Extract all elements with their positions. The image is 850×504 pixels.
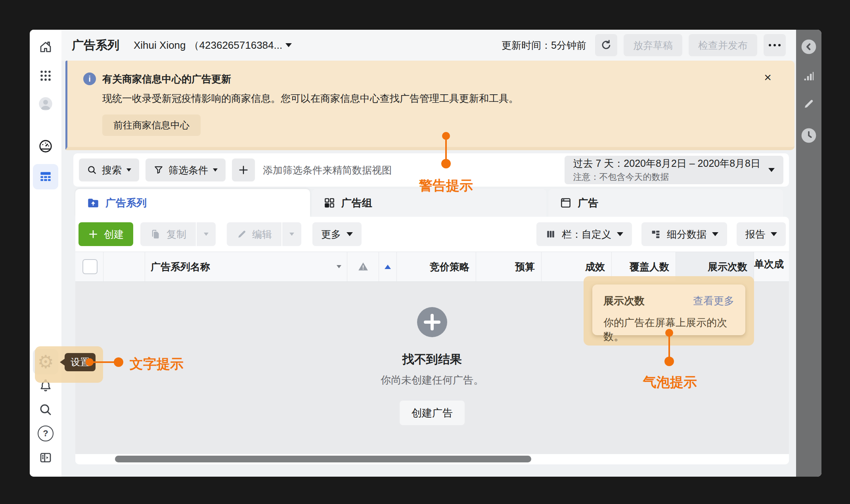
columns-button[interactable]: 栏：自定义 <box>536 222 632 246</box>
collapse-nav-icon <box>38 451 53 465</box>
date-range-selector[interactable]: 过去 7 天：2020年8月2日 – 2020年8月8日 注意：不包含今天的数据 <box>565 156 783 184</box>
collapse-nav-button[interactable] <box>33 445 58 470</box>
tab-campaigns-label: 广告系列 <box>105 196 147 210</box>
chevron-down-icon <box>347 232 353 236</box>
scrollbar-thumb[interactable] <box>115 456 531 462</box>
see-more-link[interactable]: 查看更多 <box>693 294 734 308</box>
campaigns-nav-button[interactable] <box>33 164 58 189</box>
chevron-down-icon <box>617 232 623 236</box>
alert-banner: i 有关商家信息中心的广告更新 现统一收录受新冠疫情影响的商家信息。您可以在商家… <box>65 61 794 150</box>
review-publish-label: 检查并发布 <box>698 39 748 52</box>
annotation-dot <box>664 357 674 366</box>
chevron-down-icon <box>771 232 777 236</box>
empty-state: 找不到结果 你尚未创建任何广告。 创建广告 <box>309 307 555 425</box>
bar-chart-icon <box>802 69 816 83</box>
create-ad-button[interactable]: 创建广告 <box>400 401 465 425</box>
banner-action-button[interactable]: 前往商家信息中心 <box>102 115 201 136</box>
history-button[interactable] <box>801 128 817 143</box>
home-button[interactable] <box>33 34 58 60</box>
campaign-folder-icon <box>86 196 100 210</box>
create-button[interactable]: 创建 <box>78 222 133 246</box>
columns-label: 栏：自定义 <box>562 228 611 241</box>
tab-adsets-label: 广告组 <box>341 196 372 210</box>
sidebar-search-button[interactable] <box>33 397 58 422</box>
empty-subtitle: 你尚未创建任何广告。 <box>309 373 555 387</box>
tab-campaigns[interactable]: 广告系列 <box>75 189 310 217</box>
column-reach-label: 覆盖人数 <box>630 260 669 273</box>
column-delivery-warning[interactable] <box>347 252 379 281</box>
ad-frame-icon <box>559 197 572 209</box>
column-budget-label: 预算 <box>515 260 535 273</box>
tab-ads[interactable]: 广告 <box>548 189 783 217</box>
date-range-value: 过去 7 天：2020年8月2日 – 2020年8月8日 <box>573 157 760 170</box>
add-filter-button[interactable] <box>232 158 255 181</box>
discard-draft-label: 放弃草稿 <box>633 39 673 52</box>
home-icon <box>38 40 53 54</box>
discard-draft-button[interactable]: 放弃草稿 <box>624 34 682 56</box>
annotation-dot <box>442 132 450 140</box>
breakdown-label: 细分数据 <box>667 228 706 241</box>
banner-title: 有关商家信息中心的广告更新 <box>102 73 519 86</box>
account-id: （4236265716384... <box>189 38 283 52</box>
column-cost-per-result[interactable]: 单次成 <box>754 252 789 281</box>
filter-dropdown[interactable]: 筛选条件 <box>145 158 226 181</box>
chevron-down-icon <box>213 168 218 172</box>
horizontal-scrollbar <box>75 454 789 464</box>
chevron-down-icon <box>285 43 292 47</box>
more-options-button[interactable] <box>764 34 786 56</box>
column-sort[interactable] <box>379 252 396 281</box>
edit-caret-button[interactable] <box>282 222 301 246</box>
avatar-icon <box>38 96 54 112</box>
back-button[interactable] <box>801 39 817 55</box>
chevron-down-icon <box>712 232 718 236</box>
duplicate-button[interactable]: 复制 <box>140 222 196 246</box>
column-campaign-name[interactable]: 广告系列名称 <box>145 252 347 281</box>
tab-ads-label: 广告 <box>578 196 598 210</box>
plus-icon <box>238 164 249 176</box>
empty-title: 找不到结果 <box>309 351 555 368</box>
gauge-icon <box>38 139 53 154</box>
filter-label: 筛选条件 <box>168 164 208 177</box>
page-title: 广告系列 <box>72 37 119 53</box>
tooltip-title: 展示次数 <box>603 294 645 308</box>
pencil-icon <box>802 97 815 110</box>
close-icon[interactable]: × <box>764 71 772 84</box>
toggle-column-cell <box>103 252 145 281</box>
top-bar: 广告系列 Xihui Xiong （4236265716384... 更新时间：… <box>61 30 796 61</box>
clock-icon <box>801 128 817 143</box>
edit-panel-button[interactable] <box>801 96 817 112</box>
account-selector[interactable]: Xihui Xiong （4236265716384... <box>134 38 292 52</box>
left-sidebar: ⚙ ? <box>30 30 61 477</box>
pencil-icon <box>236 229 247 240</box>
report-button[interactable]: 报告 <box>737 222 786 246</box>
annotation-dot <box>665 329 673 337</box>
banner-body: 现统一收录受新冠疫情影响的商家信息。您可以在商家信息中心查找广告管理工具更新和工… <box>102 92 519 105</box>
search-dropdown[interactable]: 搜索 <box>79 158 139 181</box>
refresh-icon <box>600 39 613 52</box>
filter-placeholder: 添加筛选条件来精简数据视图 <box>263 164 392 177</box>
help-icon: ? <box>38 426 54 441</box>
help-button[interactable]: ? <box>33 421 58 446</box>
adset-grid-icon <box>323 197 336 209</box>
account-button[interactable] <box>33 91 58 116</box>
review-publish-button[interactable]: 检查并发布 <box>689 34 757 56</box>
duplicate-caret-button[interactable] <box>197 222 216 246</box>
column-budget[interactable]: 预算 <box>476 252 541 281</box>
charts-button[interactable] <box>801 68 817 84</box>
delivery-gauge-button[interactable] <box>33 134 58 159</box>
apps-button[interactable] <box>33 63 58 88</box>
more-label: 更多 <box>321 228 341 241</box>
breakdown-button[interactable]: 细分数据 <box>641 222 727 246</box>
report-label: 报告 <box>745 228 765 241</box>
column-bid-strategy[interactable]: 竞价策略 <box>396 252 476 281</box>
chevron-down-icon <box>337 265 341 268</box>
chevron-left-icon <box>801 39 817 55</box>
edit-button[interactable]: 编辑 <box>227 222 281 246</box>
annotation-bubble: 气泡提示 <box>630 373 710 391</box>
campaigns-table-icon <box>38 169 53 184</box>
more-button[interactable]: 更多 <box>312 222 362 246</box>
select-all-checkbox[interactable] <box>82 259 98 274</box>
annotation-alert: 警告提示 <box>406 177 486 195</box>
annotation-text-tooltip: 文字提示 <box>130 355 184 373</box>
refresh-button[interactable] <box>595 34 617 56</box>
